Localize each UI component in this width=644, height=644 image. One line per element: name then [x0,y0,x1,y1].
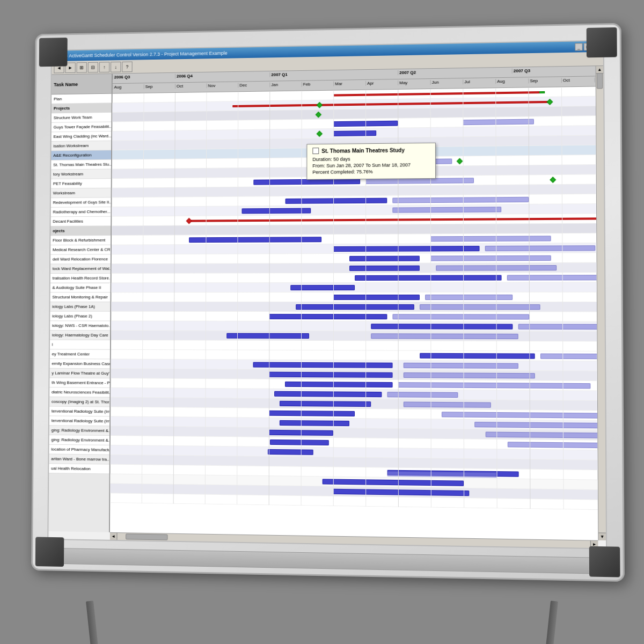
task-row-4: East Wing Cladding (inc Ward... [52,131,112,142]
chart-row-17 [112,253,597,264]
bar-29a [269,372,392,378]
tooltip: St. Thomas Main Theatres Study Duration:… [306,143,436,180]
bar-12b [392,207,501,213]
task-row-13: Decant Facilities [50,217,111,226]
corner-tr [587,27,617,57]
toolbar-btn-4[interactable]: ⊟ [88,62,98,72]
scroll-up-btn[interactable]: ▲ [596,66,603,74]
task-row-7: St. Thomas Main Theatres Stu... [51,160,111,170]
diamond-7b [457,158,463,164]
bar-16a [333,246,479,252]
bar-32b [404,401,491,407]
task-panel: Task Name PlanProjectsStructure Work Tea… [48,74,112,532]
bar-22b [420,304,540,310]
task-row-18: tock Ward Replacement of Wal... [50,264,111,274]
bar-17b [430,255,551,261]
task-row-3: Guys Tower Façade Feasabilit... [52,122,112,132]
q-2006q3: 2006 Q3 [113,75,130,79]
task-row-8: tory Workstream [51,169,111,179]
bar-4a [333,130,376,136]
task-row-36: ging: Radiology Environment &... [49,435,109,445]
screen-surface: Store - ActiveGantt Scheduler Control Ve… [47,40,607,550]
whiteboard-tray [54,548,601,574]
bar-23b [392,314,529,319]
chart-panel: 2006 Q3 2006 Q4 2007 Q1 2007 Q2 2007 Q3 … [110,66,598,540]
corner-bl [35,537,64,567]
task-row-23: iology Labs (Phase 2) [50,312,110,321]
toolbar-btn-6[interactable]: ↓ [111,61,121,72]
bar-plan-red [333,91,539,96]
bar-21b [425,295,513,300]
tooltip-header: St. Thomas Main Theatres Study [312,147,429,154]
minimize-btn[interactable]: _ [575,43,582,50]
bar-40a [323,479,464,486]
task-row-39: ual Health Relocation [49,464,109,474]
bar-32a [280,401,371,407]
chart-row-20 [111,282,596,292]
bar-11a [286,198,387,204]
q-2007q1: 2007 Q1 [269,72,287,77]
corner-tl [39,38,68,67]
bar-24b [518,324,598,330]
bar-33b [442,412,598,419]
task-row-24: iology: NWS - CSR Haematolo... [50,321,110,331]
chart-row-24 [111,321,597,332]
tooltip-from: From: Sun Jan 28, 2007 To Sun Mar 18, 20… [312,162,430,169]
task-panel-header: Task Name [52,74,112,95]
q-2007q3: 2007 Q3 [512,68,530,74]
left-leg [86,601,99,644]
task-row-0: Plan [52,94,112,104]
chart-row-22 [111,302,597,312]
diamond-13a [186,218,192,224]
task-row-1: Projects [52,103,112,113]
bar-13-red [189,217,598,222]
toolbar-btn-5[interactable]: ↑ [99,62,109,72]
task-row-31: diatric Neurosciences Feasibilit... [49,387,109,398]
task-row-2: Structure Work Team [52,113,112,123]
diamond-4 [317,131,323,137]
diamond-9 [550,177,556,182]
bar-16b [485,245,596,251]
task-row-15: Floor Block & Refurbishment [50,236,111,245]
task-row-10: Workstream [51,188,111,198]
chart-row-23 [111,312,597,322]
bar-17a [349,256,420,261]
task-row-34: terventional Radiology Suite (Im... [49,416,109,426]
task-row-20: & Audiology Suite Phase II [50,283,111,293]
task-row-33: terventional Radiology Suite (Im... [49,407,109,417]
scrollbar-h-thumb[interactable] [126,533,167,540]
bar-35b [486,431,598,438]
task-row-32: coscopy (Imaging 2) at St. Thor... [49,397,109,407]
task-row-16: Medical Research Center & CRI [50,245,111,255]
bar-30b [398,382,591,389]
bar-28a [253,362,392,368]
bar-21a [333,295,420,300]
scroll-left-btn[interactable]: ◄ [110,533,118,540]
scroll-down-btn[interactable]: ▼ [598,532,606,540]
task-row-30: th Wing Basement Entrance - Pl... [49,378,109,387]
task-row-6: A&E Reconfiguration [51,150,111,160]
chart-row-18 [112,263,597,274]
task-rows-container: PlanProjectsStructure Work TeamGuys Towe… [49,94,112,474]
task-row-11: Redevelopment of Guys Site II... [51,197,111,207]
task-row-21: Structural Monitoring & Repair [50,292,110,302]
bar-29b [404,372,535,378]
task-row-14: ojects [50,226,111,236]
chart-row-21 [111,292,597,302]
diamond-1-green2 [547,99,553,105]
bar-11b [392,197,529,203]
task-row-26: l [50,340,110,350]
task-row-5: isation Workstream [52,141,112,151]
bar-27a [420,353,535,359]
bar-36a [270,440,329,445]
toolbar-btn-help[interactable]: ? [122,61,132,72]
q-2006q4: 2006 Q4 [175,74,193,78]
task-row-19: tralisation Health Record Store... [50,274,111,283]
task-row-37: location of Pharmacy Manufactu... [49,445,109,455]
bar-15b [430,236,551,241]
tooltip-duration: Duration: 50 days [312,156,429,162]
bar-27b [540,354,598,360]
bar-19b [507,275,598,280]
toolbar-btn-3[interactable]: ⊞ [77,62,87,73]
bar-39b [387,471,497,478]
